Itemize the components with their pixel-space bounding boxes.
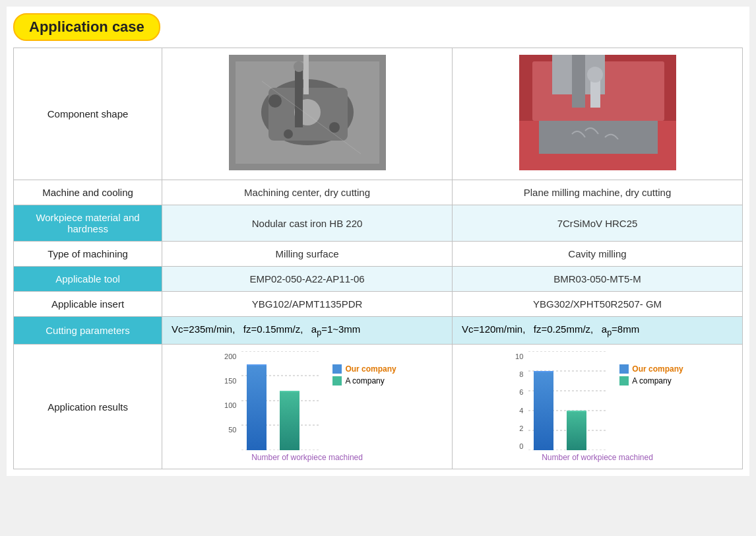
workpiece-label: Workpiece material and hardness — [14, 205, 162, 242]
svg-point-9 — [284, 129, 293, 139]
applicable-insert-label: Applicable insert — [14, 292, 162, 317]
chart-left-y4: 200 — [218, 352, 236, 360]
chart-right-bar-group-2 — [567, 411, 586, 450]
page-title: Application case — [13, 13, 160, 41]
workpiece-right: 7CrSiMoV HRC25 — [453, 205, 743, 242]
legend-right-green-box — [619, 376, 629, 385]
application-table: Component shape — [13, 48, 743, 469]
svg-point-6 — [294, 61, 304, 72]
chart-right-legend-a-label: A company — [632, 376, 671, 385]
component-shape-image-right — [453, 48, 743, 180]
svg-rect-10 — [303, 55, 309, 94]
legend-right-blue-box — [619, 364, 629, 374]
legend-green-box — [332, 376, 342, 385]
chart-right-x-label: Number of workpiece machined — [462, 453, 733, 462]
application-results-chart-right: 10 8 6 4 2 0 — [453, 345, 743, 469]
cutting-parameters-right: Vc=120m/min, fz=0.25mm/z, ap=8mm — [453, 317, 743, 345]
chart-right-y4: 8 — [511, 370, 523, 378]
chart-left-y1: 50 — [218, 426, 236, 434]
chart-left-bar-blue — [247, 364, 267, 450]
workpiece-row: Workpiece material and hardness Nodular … — [14, 205, 743, 242]
chart-left-y2: 100 — [218, 401, 236, 409]
machining-type-label: Type of machining — [14, 242, 162, 267]
svg-rect-5 — [295, 68, 303, 127]
svg-rect-20 — [519, 55, 676, 170]
chart-left-y3: 150 — [218, 377, 236, 385]
page: Application case Component shape — [7, 7, 749, 476]
applicable-tool-label: Applicable tool — [14, 267, 162, 292]
chart-left-legend-our-label: Our company — [345, 364, 396, 374]
chart-left-bar-group-2 — [280, 391, 299, 450]
chart-right-bar-blue — [534, 371, 553, 450]
applicable-insert-row: Applicable insert YBG102/APMT1135PDR YBG… — [14, 292, 743, 317]
svg-point-7 — [268, 94, 282, 108]
chart-right-area — [528, 351, 608, 450]
chart-right-bar-group-1 — [534, 371, 553, 450]
applicable-tool-right: BMR03-050-MT5-M — [453, 267, 743, 292]
chart-right-legend-our-label: Our company — [632, 364, 683, 374]
applicable-insert-left: YBG102/APMT1135PDR — [162, 292, 453, 317]
chart-left-bar-green — [280, 391, 299, 450]
cutting-parameters-row: Cutting parameters Cutting parameters Vc… — [14, 317, 743, 345]
chart-right-y1: 2 — [511, 424, 523, 432]
applicable-tool-left: EMP02-050-A22-AP11-06 — [162, 267, 453, 292]
chart-right-bar-green — [567, 411, 586, 450]
application-results-chart-left: 200 150 100 50 — [162, 345, 453, 469]
machining-type-right: Cavity milling — [453, 242, 743, 267]
component-shape-row: Component shape — [14, 48, 743, 180]
component-shape-label: Component shape — [14, 48, 162, 180]
workpiece-left: Nodular cast iron HB 220 — [162, 205, 453, 242]
application-results-row: Application results 200 150 100 50 — [14, 345, 743, 469]
legend-blue-box — [332, 364, 342, 374]
cutting-parameters-left: Cutting parameters Vc=235m/min, fz=0.15m… — [162, 317, 453, 345]
svg-point-8 — [329, 122, 340, 133]
chart-right-y3: 6 — [511, 388, 523, 396]
chart-left-area — [241, 351, 321, 450]
chart-right-y5: 10 — [511, 352, 523, 360]
chart-left-legend-a: A company — [332, 376, 396, 385]
chart-right-legend-our: Our company — [619, 364, 683, 374]
machine-cooling-left: Machining center, dry cutting — [162, 180, 453, 205]
component-shape-image-left — [162, 48, 453, 180]
machining-type-row: Type of machining Milling surface Cavity… — [14, 242, 743, 267]
chart-left-legend: Our company A company — [332, 364, 396, 385]
chart-right-legend: Our company A company — [619, 364, 683, 385]
machine-cooling-right: Plane milling machine, dry cutting — [453, 180, 743, 205]
applicable-insert-right: YBG302/XPHT50R2507- GM — [453, 292, 743, 317]
cutting-parameters-label: Cutting parameters — [14, 317, 162, 345]
application-results-label: Application results — [14, 345, 162, 469]
machining-type-left: Milling surface — [162, 242, 453, 267]
chart-right-legend-a: A company — [619, 376, 683, 385]
chart-right-y0: 0 — [511, 442, 523, 450]
chart-left-bar-group-1 — [247, 364, 267, 450]
chart-left-x-label: Number of workpiece machined — [172, 453, 443, 462]
chart-left-legend-a-label: A company — [345, 376, 384, 385]
machine-cooling-row: Machine and cooling Machining center, dr… — [14, 180, 743, 205]
applicable-tool-row: Applicable tool EMP02-050-A22-AP11-06 BM… — [14, 267, 743, 292]
chart-left-legend-our: Our company — [332, 364, 396, 374]
machine-cooling-label: Machine and cooling — [14, 180, 162, 205]
chart-right-y2: 4 — [511, 407, 523, 415]
